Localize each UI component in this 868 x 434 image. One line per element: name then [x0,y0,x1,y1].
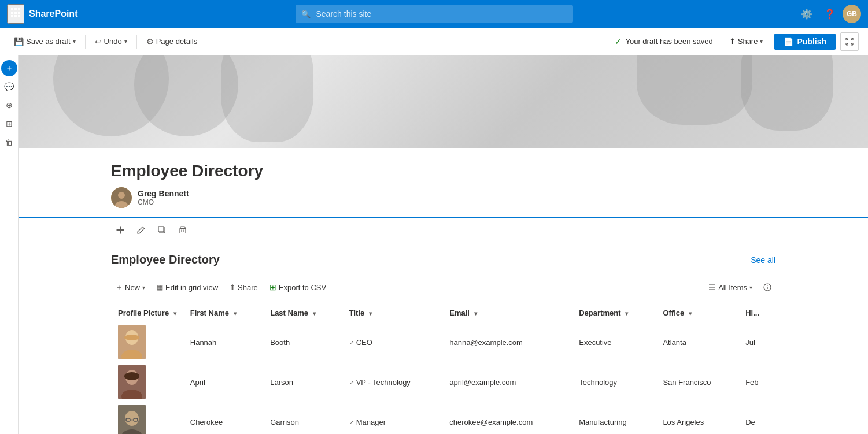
page-details-button[interactable]: ⚙ Page details [142,35,202,49]
cell-profile-picture-2 [111,402,183,435]
cell-first-name-2: Cherokee [183,402,263,435]
col-header-hire-date[interactable]: Hi... [738,304,775,322]
search-input[interactable] [296,5,573,23]
nav-right-actions: ⚙️ ❓ GB [796,3,861,24]
move-icon[interactable]: ⊕ [1,97,17,113]
col-header-email[interactable]: Email ▾ [442,304,572,322]
svg-rect-5 [18,12,20,14]
duplicate-component-button[interactable] [153,221,171,239]
page-toolbar: 💾 Save as draft ▾ ↩ Undo ▾ ⚙ Page detail… [0,28,868,55]
webpart-container: Employee Directory See all ＋ New ▾ ▦ Edi… [19,242,868,434]
comment-icon[interactable]: 💬 [1,79,17,95]
share-label: Share [738,37,758,46]
cell-title-1: ↗ VP - Technology [342,362,443,402]
list-share-button[interactable]: ⬆ Share [225,281,263,294]
cell-hire-date-0: Jul [738,322,775,362]
publish-button[interactable]: 📄 Publish [774,34,836,50]
help-icon[interactable]: ❓ [819,3,840,24]
col-header-office[interactable]: Office ▾ [656,304,738,322]
share-icon: ⬆ [729,37,736,46]
author-role: CMO [138,198,189,206]
cell-email-0: hanna@example.com [442,322,572,362]
cell-title-2: ↗ Manager [342,402,443,435]
settings-icon[interactable]: ⚙️ [796,3,817,24]
all-items-button[interactable]: All Items ▾ [703,281,757,294]
cell-first-name-0: Hannah [183,322,263,362]
brand-name: SharePoint [29,9,77,19]
add-webpart-button[interactable]: ＋ [1,60,17,76]
move-component-button[interactable] [111,221,130,239]
see-all-link[interactable]: See all [751,255,775,265]
cell-hire-date-2: De [738,402,775,435]
cell-department-2: Manufacturing [572,402,656,435]
collapse-button[interactable] [840,32,859,51]
save-draft-button[interactable]: 💾 Save as draft ▾ [9,35,80,49]
share-chevron: ▾ [760,38,763,44]
user-avatar[interactable]: GB [843,5,861,23]
cell-office-2: Los Angeles [656,402,738,435]
cell-first-name-1: April [183,362,263,402]
edit-component-button[interactable] [132,221,150,239]
title-value: VP - Technology [356,378,411,387]
cell-profile-picture-0 [111,322,183,362]
svg-rect-7 [14,15,17,17]
table-row[interactable]: Cherokee Garrison ↗ Manager cherokee@exa… [111,402,775,435]
grid-edit-icon: ▦ [157,283,163,291]
cell-department-1: Technology [572,362,656,402]
svg-rect-0 [11,8,13,10]
edit-grid-button[interactable]: ▦ Edit in grid view [152,281,223,294]
move-icon [116,225,125,235]
table-row[interactable]: April Larson ↗ VP - Technology april@exa… [111,362,775,402]
col-header-profile-picture[interactable]: Profile Picture ▾ [111,304,183,322]
share-button[interactable]: ⬆ Share ▾ [725,35,768,48]
info-icon [763,283,771,291]
author-avatar [111,187,132,208]
section-icon[interactable]: ⊞ [1,116,17,132]
check-icon: ✓ [615,37,622,46]
col-header-first-name[interactable]: First Name ▾ [183,304,263,322]
sort-icon-office: ▾ [689,310,692,317]
publish-label: Publish [797,37,826,46]
delete-icon[interactable]: 🗑 [1,134,17,150]
grid-icon[interactable] [7,4,24,24]
cell-hire-date-1: Feb [738,362,775,402]
title-value: CEO [356,338,372,347]
page-header: Employee Directory Greg Bennett CMO [19,148,868,217]
export-csv-button[interactable]: ⊞ Export to CSV [265,280,331,294]
sort-icon-email: ▾ [474,310,477,317]
all-items-chevron: ▾ [749,284,752,291]
save-draft-chevron: ▾ [73,38,76,44]
cell-office-0: Atlanta [656,322,738,362]
excel-icon: ⊞ [269,283,276,292]
copy-icon [158,226,166,234]
list-share-icon: ⬆ [230,283,235,291]
undo-button[interactable]: ↩ Undo ▾ [90,35,132,49]
plus-icon: ＋ [116,283,123,292]
svg-point-30 [124,372,139,380]
info-button[interactable] [759,279,775,295]
svg-rect-1 [14,8,17,10]
hero-shapes [19,55,868,148]
sort-icon-department: ▾ [625,310,628,317]
col-header-last-name[interactable]: Last Name ▾ [263,304,342,322]
col-header-title[interactable]: Title ▾ [342,304,443,322]
draft-status-text: Your draft has been saved [625,37,712,46]
profile-avatar-0 [118,325,146,359]
col-header-department[interactable]: Department ▾ [572,304,656,322]
save-draft-label: Save as draft [26,37,71,46]
svg-point-10 [118,192,125,199]
list-toolbar: ＋ New ▾ ▦ Edit in grid view ⬆ Share ⊞ Ex… [111,276,775,299]
title-arrow-icon: ↗ [349,339,354,346]
svg-rect-3 [11,12,13,14]
new-item-button[interactable]: ＋ New ▾ [111,280,150,295]
new-chevron: ▾ [142,284,145,291]
profile-avatar-2 [118,405,146,434]
svg-rect-13 [158,227,164,232]
webpart-header: Employee Directory See all [111,253,775,266]
sort-icon-last-name: ▾ [313,310,316,317]
author-info: Greg Bennett CMO [138,189,189,206]
cell-title-0: ↗ CEO [342,322,443,362]
table-header-row: Profile Picture ▾ First Name ▾ Last Name… [111,304,775,322]
table-row[interactable]: Hannah Booth ↗ CEO hanna@example.com Exe… [111,322,775,362]
delete-component-button[interactable] [173,221,192,239]
